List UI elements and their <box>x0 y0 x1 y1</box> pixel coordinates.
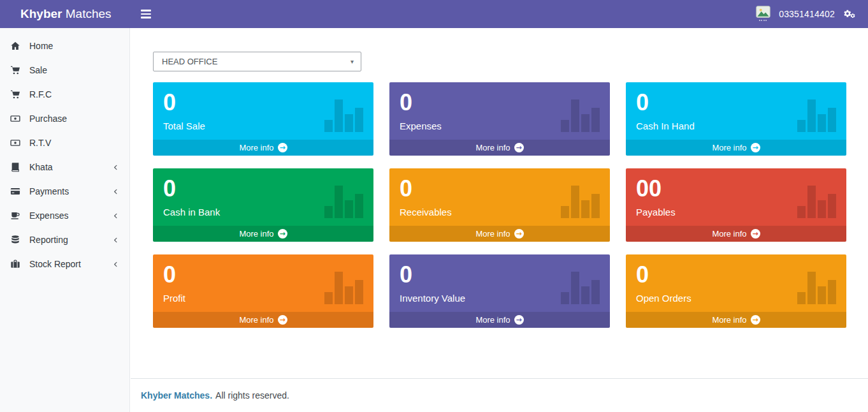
cart-icon <box>10 65 22 75</box>
sidebar-item-purchase[interactable]: Purchase <box>0 107 129 131</box>
cart-icon <box>10 89 22 99</box>
brand-logo[interactable]: Khyber Matches <box>0 7 130 21</box>
brand-bold: Khyber <box>20 7 62 20</box>
sidebar-item-label: Reporting <box>29 235 112 245</box>
cup-icon <box>10 210 22 221</box>
sidebar-item-r-f-c[interactable]: R.F.C <box>0 82 129 107</box>
user-phone[interactable]: 03351414402 <box>779 9 835 19</box>
box-label: Total Sale <box>163 121 363 131</box>
sidebar-item-label: Home <box>29 41 119 51</box>
brand-light: Matches <box>66 7 112 20</box>
box-label: Expenses <box>400 121 600 131</box>
box-label: Inventory Value <box>400 293 600 304</box>
sidebar-item-label: Khata <box>29 162 112 172</box>
chevron-left-icon <box>112 237 119 244</box>
branch-select[interactable]: HEAD OFFICE ▾ <box>153 52 361 71</box>
hamburger-icon <box>141 10 151 11</box>
sidebar-item-label: Payments <box>29 186 112 196</box>
image-placeholder-icon <box>756 6 770 18</box>
box-value: 0 <box>636 261 836 288</box>
more-info-label: More info <box>475 315 510 325</box>
hamburger-menu-button[interactable] <box>138 6 154 22</box>
sidebar-item-label: Expenses <box>29 210 112 221</box>
more-info-link[interactable]: More info → <box>153 140 373 156</box>
more-info-link[interactable]: More info → <box>389 226 610 242</box>
page-footer: Khyber Matches. All rights reserved. <box>131 378 868 412</box>
sidebar-item-label: R.T.V <box>29 138 119 148</box>
footer-text: All rights reserved. <box>215 390 289 401</box>
sidebar-item-reporting[interactable]: Reporting <box>0 228 129 252</box>
more-info-label: More info <box>239 315 273 325</box>
box-label: Cash in Bank <box>163 207 363 217</box>
info-box-cash-in-hand: 0 Cash In Hand More info → <box>626 82 846 156</box>
more-info-label: More info <box>712 229 746 239</box>
more-info-link[interactable]: More info → <box>153 226 373 242</box>
box-value: 0 <box>400 89 600 116</box>
info-box-open-orders: 0 Open Orders More info → <box>626 254 846 328</box>
sidebar-item-label: R.F.C <box>29 89 119 99</box>
money-bill-icon <box>10 114 22 124</box>
arrow-circle-right-icon: → <box>278 315 287 325</box>
briefcase-icon <box>10 259 22 269</box>
sidebar-item-label: Stock Report <box>29 259 112 269</box>
info-box-grid: 0 Total Sale More info → 0 Expenses More… <box>153 82 846 328</box>
more-info-label: More info <box>475 229 510 239</box>
box-label: Receivables <box>400 207 600 217</box>
sidebar-item-stock-report[interactable]: Stock Report <box>0 252 129 276</box>
more-info-link[interactable]: More info → <box>389 140 610 156</box>
arrow-circle-right-icon: → <box>514 143 524 152</box>
arrow-circle-right-icon: → <box>751 229 760 239</box>
more-info-link[interactable]: More info → <box>389 312 610 328</box>
user-avatar[interactable] <box>755 6 770 22</box>
info-box-profit: 0 Profit More info → <box>153 254 373 328</box>
box-label: Payables <box>636 207 836 217</box>
info-box-receivables: 0 Receivables More info → <box>389 168 610 242</box>
sidebar-item-payments[interactable]: Payments <box>0 179 129 203</box>
chevron-left-icon <box>112 164 119 171</box>
footer-brand-link[interactable]: Khyber Matches. <box>141 390 212 401</box>
box-value: 0 <box>163 175 363 202</box>
arrow-circle-right-icon: → <box>751 315 760 325</box>
cogs-icon[interactable] <box>843 9 857 20</box>
sidebar-item-expenses[interactable]: Expenses <box>0 203 129 228</box>
box-value: 0 <box>636 89 836 116</box>
more-info-label: More info <box>712 315 746 325</box>
home-icon <box>10 41 22 51</box>
chevron-left-icon <box>112 212 119 219</box>
more-info-label: More info <box>712 143 746 152</box>
credit-card-icon <box>10 186 22 196</box>
box-value: 0 <box>163 261 363 288</box>
sidebar-item-label: Purchase <box>29 114 119 124</box>
box-value: 0 <box>400 175 600 202</box>
content-area: HEAD OFFICE ▾ 0 Total Sale More info → 0… <box>131 28 868 378</box>
top-navbar: Khyber Matches 03351414402 <box>0 0 868 28</box>
more-info-label: More info <box>239 229 273 239</box>
box-value: 0 <box>163 89 363 116</box>
arrow-circle-right-icon: → <box>278 229 287 239</box>
sidebar-item-label: Sale <box>29 65 119 75</box>
more-info-link[interactable]: More info → <box>626 140 846 156</box>
sidebar-item-khata[interactable]: Khata <box>0 155 129 179</box>
box-label: Cash In Hand <box>636 121 836 131</box>
arrow-circle-right-icon: → <box>514 315 524 325</box>
more-info-label: More info <box>239 143 273 152</box>
more-info-label: More info <box>475 143 510 152</box>
info-box-expenses: 0 Expenses More info → <box>389 82 610 156</box>
sidebar-item-r-t-v[interactable]: R.T.V <box>0 131 129 155</box>
book-icon <box>10 162 22 172</box>
navbar-right: 03351414402 <box>755 6 868 22</box>
more-info-link[interactable]: More info → <box>626 226 846 242</box>
caret-down-icon: ▾ <box>351 58 354 65</box>
chevron-left-icon <box>112 261 119 268</box>
info-box-inventory-value: 0 Inventory Value More info → <box>389 254 610 328</box>
sidebar-item-sale[interactable]: Sale <box>0 58 129 82</box>
money-bill-icon <box>10 138 22 148</box>
more-info-link[interactable]: More info → <box>153 312 373 328</box>
arrow-circle-right-icon: → <box>278 143 287 152</box>
sidebar-item-home[interactable]: Home <box>0 34 129 58</box>
info-box-cash-in-bank: 0 Cash in Bank More info → <box>153 168 373 242</box>
more-info-link[interactable]: More info → <box>626 312 846 328</box>
sidebar-menu: Home Sale R.F.C Purchase R.T.V Khata Pay… <box>0 28 130 412</box>
arrow-circle-right-icon: → <box>514 229 524 239</box>
box-value: 00 <box>636 175 836 202</box>
